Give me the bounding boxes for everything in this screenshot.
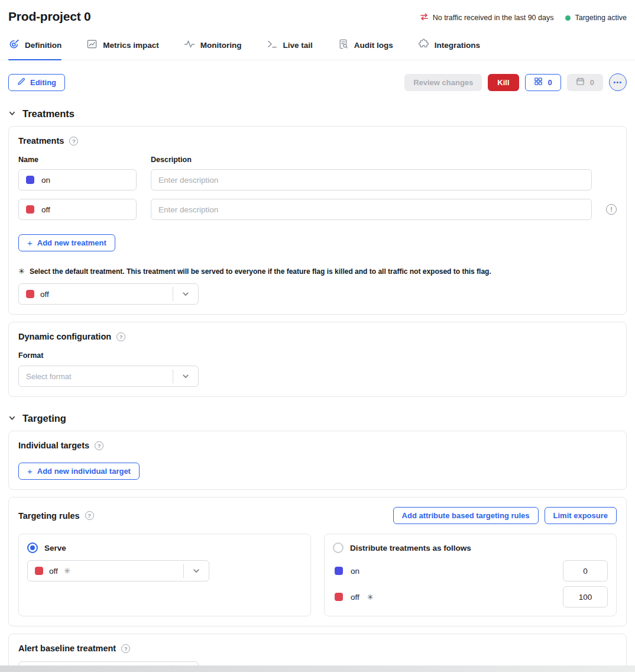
serve-card: Serve off ✳ [18,534,311,616]
editing-button[interactable]: Editing [8,74,65,91]
treatment-color-chip [35,567,43,575]
alert-baseline-title: Alert baseline treatment ? [18,644,617,653]
chevron-down-icon[interactable] [173,290,198,298]
changes-count-button[interactable]: 0 [525,74,561,91]
metrics-chart-icon [86,38,98,51]
pencil-icon [17,77,25,88]
ellipsis-icon: ••• [613,79,622,86]
tab-integrations-label: Integrations [435,41,480,50]
treatments-panel-title: Treatments ? [18,136,617,146]
default-treatment-select[interactable]: off [18,283,199,305]
status-row: No traffic received in the last 90 days … [420,9,627,23]
dynamic-configuration-panel: Dynamic configuration ? Format Select fo… [8,322,627,397]
review-changes-label: Review changes [413,78,473,87]
row-icon-slot: ! [606,204,617,215]
default-treatment-note-text: Select the default treatment. This treat… [30,267,491,276]
treatment-description-input[interactable] [151,199,592,220]
treatment-name-input[interactable] [18,169,137,190]
distribute-treatment-name: on [351,567,359,576]
traffic-status: No traffic received in the last 90 days [420,12,554,23]
add-attribute-rules-button[interactable]: Add attribute based targeting rules [393,507,539,524]
puzzle-icon [418,38,429,51]
dynamic-configuration-title: Dynamic configuration ? [18,332,617,341]
calendar-icon [576,77,585,88]
asterisk-icon: ✳ [18,267,25,276]
serve-radio-selected[interactable] [27,542,38,553]
individual-targets-title: Individual targets ? [18,441,617,450]
distribute-percent-input[interactable] [563,560,608,581]
help-icon[interactable]: ? [116,332,125,341]
add-new-treatment-button[interactable]: + Add new treatment [18,234,115,251]
targeting-rules-title: Targeting rules ? [18,511,94,521]
tab-definition[interactable]: Definition [8,38,61,60]
description-column-header: Description [151,156,192,164]
distribute-percent-input[interactable] [563,586,608,608]
review-changes-button[interactable]: Review changes [404,74,482,91]
format-select[interactable]: Select format [18,366,199,387]
format-label: Format [18,351,617,360]
traffic-arrows-icon [420,12,429,23]
tab-metrics-impact[interactable]: Metrics impact [86,38,159,60]
distribute-row: on [333,560,608,581]
targeting-rule-cards: Serve off ✳ Dist [18,534,617,616]
targeting-rules-buttons: Add attribute based targeting rules Limi… [393,507,617,524]
targeting-section-header[interactable]: Targeting [8,413,627,424]
tab-monitoring[interactable]: Monitoring [184,38,242,60]
treatment-color-chip[interactable] [26,176,34,184]
treatment-color-chip [26,290,34,298]
targeting-status-text: Targeting active [575,14,627,22]
tab-audit-logs[interactable]: Audit logs [338,38,393,60]
treatment-name-input[interactable] [18,199,137,220]
tab-integrations[interactable]: Integrations [418,38,480,60]
chevron-down-icon[interactable] [173,372,198,380]
terminal-icon [267,38,278,51]
targeting-rules-header: Targeting rules ? Add attribute based ta… [18,507,617,524]
treatment-name-field[interactable] [41,205,129,214]
schedule-count-button[interactable]: 0 [567,74,603,91]
distribute-radio-row[interactable]: Distribute treatments as follows [333,542,608,553]
serve-radio-row[interactable]: Serve [27,542,302,553]
distribute-radio-unselected[interactable] [333,542,344,553]
format-select-placeholder: Select format [26,372,72,381]
help-icon[interactable]: ? [95,441,103,450]
help-icon[interactable]: ? [121,644,130,653]
asterisk-icon: ✳ [64,566,71,576]
help-icon[interactable]: ? [69,137,78,146]
warning-icon: ! [606,204,617,215]
kill-button[interactable]: Kill [488,74,519,91]
more-options-button[interactable]: ••• [609,73,627,91]
plus-icon: + [27,467,33,476]
distribute-card: Distribute treatments as follows on off … [324,534,617,616]
monitoring-pulse-icon [184,38,195,51]
tab-live-tail-label: Live tail [283,41,313,50]
distribute-row: off ✳ [333,586,608,608]
tab-monitoring-label: Monitoring [200,41,242,50]
targeting-section-title: Targeting [22,413,66,424]
targeting-active-dot-icon [565,15,571,21]
window-bottom-edge [0,665,635,672]
treatment-name-field[interactable] [41,176,129,185]
treatment-color-chip[interactable] [26,205,34,214]
serve-treatment-select[interactable]: off ✳ [27,560,209,581]
tab-audit-logs-label: Audit logs [354,41,393,50]
help-icon[interactable]: ? [85,511,94,520]
plus-icon: + [27,238,33,247]
default-treatment-value: off [40,290,49,299]
limit-exposure-button[interactable]: Limit exposure [545,507,617,524]
tab-bar: Definition Metrics impact Monitoring [0,24,635,60]
treatment-row: ! [18,199,617,220]
treatment-description-input[interactable] [151,169,592,190]
distribute-treatment-name: off [351,593,359,602]
kill-button-label: Kill [497,78,509,87]
targeting-rules-panel: Targeting rules ? Add attribute based ta… [8,497,627,626]
tab-live-tail[interactable]: Live tail [267,38,313,60]
add-new-treatment-label: Add new treatment [37,238,106,247]
treatments-column-headers: Name Description [18,156,617,164]
treatments-section-header[interactable]: Treatments [8,108,627,119]
chevron-down-icon [8,413,16,424]
serve-label: Serve [44,544,66,553]
chevron-down-icon[interactable] [184,567,209,575]
add-individual-target-button[interactable]: + Add new individual target [18,463,140,480]
treatment-color-chip [335,567,343,575]
name-column-header: Name [18,156,137,164]
